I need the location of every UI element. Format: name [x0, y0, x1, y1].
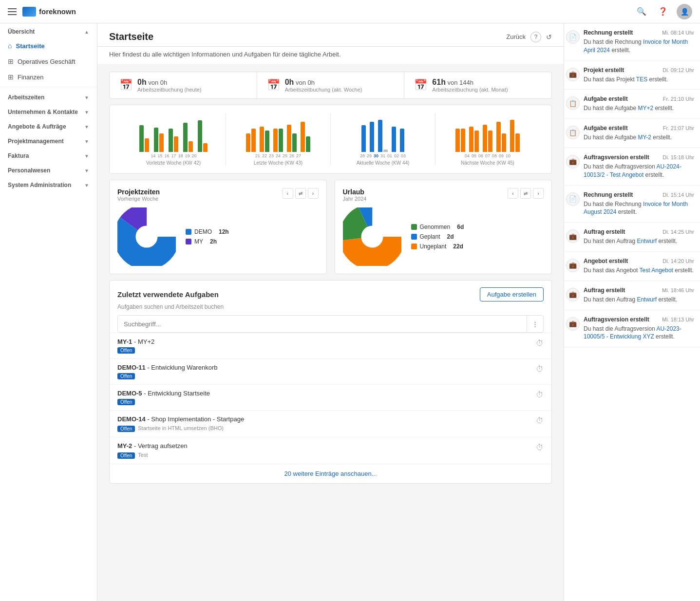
legend-dot-geplant: [411, 234, 417, 240]
bar: [183, 123, 188, 152]
charts-row: Projektzeiten Vorherige Woche ‹ ⇌ ›: [97, 174, 564, 280]
more-entries-link[interactable]: 20 weitere Einträge anschauen...: [110, 464, 551, 483]
sidebar-section-angebote[interactable]: Angebote & Aufträge ▼: [0, 118, 97, 133]
week-kw44: 28 29 30 31 01 02 03 Aktuelle Woche (KW …: [331, 113, 435, 166]
activity-time-9: Mi. 18:46 Uhr: [662, 287, 694, 293]
legend-dot-ungeplant: [411, 244, 417, 249]
activity-desc-4: Du hast die Aufgabe MY-2 erstellt.: [584, 133, 694, 142]
activity-item-6: 📄 Rechnung erstellt Di. 15:14 Uhr Du has…: [564, 186, 700, 223]
legend-item-my: MY 2h: [186, 238, 229, 245]
activity-item-10: 💼 Auftragsversion erstellt Mi. 18:13 Uhr…: [564, 310, 700, 348]
task-search-input[interactable]: [118, 317, 527, 332]
activity-link-7[interactable]: Entwurf: [637, 238, 657, 244]
projektzeiten-prev-btn[interactable]: ‹: [283, 188, 293, 199]
bar: [292, 133, 297, 152]
avatar[interactable]: 👤: [677, 4, 692, 19]
hamburger-menu[interactable]: [8, 8, 17, 15]
bar: [279, 129, 283, 152]
legend-item-demo: DEMO 12h: [186, 228, 229, 235]
refresh-icon[interactable]: ↺: [546, 33, 552, 41]
logo-icon: [22, 7, 36, 17]
bar: [392, 127, 396, 152]
activity-link-2[interactable]: TES: [636, 76, 647, 83]
urlaub-subtitle: Jahr 2024: [343, 196, 367, 202]
main-content: Startseite Zurück ? ↺ Hier findest du al…: [97, 23, 564, 601]
page-help-icon[interactable]: ?: [530, 32, 541, 42]
stat-of-today: von 0h: [148, 79, 167, 86]
sidebar-item-operatives[interactable]: ⊞ Operatives Geschäft: [0, 54, 97, 69]
activity-link-9[interactable]: Entwurf: [637, 296, 657, 303]
stat-value-week: 0h von 0h: [285, 78, 362, 87]
activity-item-4: 📋 Aufgabe erstellt Fr. 21:07 Uhr Du hast…: [564, 119, 700, 148]
urlaub-prev-btn[interactable]: ‹: [508, 188, 518, 199]
activity-icon-1: 📄: [566, 30, 580, 44]
bar: [496, 122, 501, 152]
chevron-down-icon-4: ▼: [84, 139, 89, 144]
sidebar-item-finanzen[interactable]: ⊞ Finanzen: [0, 69, 97, 85]
task-timer-icon-1[interactable]: ⏱: [536, 339, 544, 348]
activity-type-1: Rechnung erstellt: [584, 29, 633, 36]
week-label-kw43: Letzte Woche (KW 43): [228, 160, 328, 166]
activity-panel: 📄 Rechnung erstellt Mi. 08:14 Uhr Du has…: [564, 23, 700, 601]
calendar-icon-2: 📅: [267, 79, 280, 92]
sidebar-section-personalwesen[interactable]: Personalwesen ▼: [0, 162, 97, 177]
bar: [306, 136, 310, 152]
task-timer-icon-3[interactable]: ⏱: [536, 391, 544, 399]
topnav-left: foreknown: [8, 7, 76, 17]
urlaub-title: Urlaub: [343, 188, 367, 196]
tasks-section: Zuletzt verwendete Aufgaben Aufgabe erst…: [109, 280, 552, 484]
projektzeiten-pie: [117, 207, 176, 266]
activity-type-9: Auftrag erstellt: [584, 287, 625, 294]
sidebar-section-sysadmin[interactable]: System Administration ▼: [0, 177, 97, 191]
task-badge-my1: Offen: [117, 347, 135, 354]
bar: [383, 150, 388, 152]
task-timer-icon-2[interactable]: ⏱: [536, 365, 544, 374]
search-options-button[interactable]: ⋮: [527, 316, 543, 332]
projektzeiten-next-btn[interactable]: ›: [308, 188, 319, 199]
activity-item-8: 💼 Angebot erstellt Di. 14:20 Uhr Du hast…: [564, 252, 700, 281]
sidebar-item-startseite[interactable]: ⌂ Startseite: [0, 38, 97, 54]
logo[interactable]: foreknown: [22, 7, 76, 17]
activity-type-4: Aufgabe erstellt: [584, 125, 628, 131]
activity-link-3[interactable]: MY+2: [638, 105, 653, 112]
chevron-down-icon-7: ▼: [84, 183, 89, 188]
activity-link-8[interactable]: Test Angebot: [640, 267, 673, 274]
projektzeiten-title: Projektzeiten: [117, 188, 160, 196]
week-kw43: 21 22 23 24 25 26 27 Letzte Woche (KW 43…: [226, 113, 331, 166]
projektzeiten-legend: DEMO 12h MY 2h: [186, 228, 229, 245]
bar: [502, 133, 506, 152]
logo-text: foreknown: [39, 7, 76, 16]
app-body: Übersicht ▲ ⌂ Startseite ⊞ Operatives Ge…: [0, 23, 700, 601]
projektzeiten-filter-btn[interactable]: ⇌: [295, 188, 306, 199]
task-timer-icon-4[interactable]: ⏱: [536, 416, 544, 425]
activity-type-2: Projekt erstellt: [584, 67, 624, 74]
activity-icon-10: 💼: [566, 317, 580, 331]
tasks-header: Zuletzt verwendete Aufgaben Aufgabe erst…: [110, 281, 551, 303]
week-label-kw42: Vorletzte Woche (KW 42): [123, 160, 224, 166]
help-icon[interactable]: ❓: [655, 4, 671, 19]
task-id-demo14: DEMO-14: [117, 415, 146, 423]
activity-time-8: Di. 14:20 Uhr: [662, 258, 694, 264]
sidebar-section-arbeitszeiten[interactable]: Arbeitszeiten ▼: [0, 89, 97, 104]
task-timer-icon-5[interactable]: ⏱: [536, 443, 544, 452]
chevron-up-icon: ▲: [84, 29, 89, 35]
sidebar-section-faktura[interactable]: Faktura ▼: [0, 148, 97, 162]
bar: [246, 133, 250, 152]
bar: [139, 125, 144, 152]
back-button[interactable]: Zurück: [506, 33, 526, 40]
week-label-kw44: Aktuelle Woche (KW 44): [333, 160, 433, 166]
search-icon[interactable]: 🔍: [634, 4, 649, 19]
activity-icon-2: 💼: [566, 68, 580, 81]
urlaub-next-btn[interactable]: ›: [533, 188, 544, 199]
urlaub-filter-btn[interactable]: ⇌: [520, 188, 531, 199]
week-label-kw45: Nächste Woche (KW 45): [437, 160, 538, 166]
sidebar-section-projektmanagement[interactable]: Projektmanagement ▼: [0, 133, 97, 148]
sidebar-section-unternehmen[interactable]: Unternehmen & Kontakte ▼: [0, 104, 97, 118]
activity-link-4[interactable]: MY-2: [638, 134, 651, 141]
activity-time-2: Di. 09:12 Uhr: [662, 67, 694, 73]
activity-desc-10: Du hast die Auftragsversion AU-2023-1000…: [584, 325, 694, 341]
sidebar-section-uebersicht[interactable]: Übersicht ▲: [0, 23, 97, 38]
bar: [361, 125, 366, 152]
create-task-button[interactable]: Aufgabe erstellen: [480, 287, 544, 301]
task-id-my1: MY-1: [117, 338, 132, 345]
